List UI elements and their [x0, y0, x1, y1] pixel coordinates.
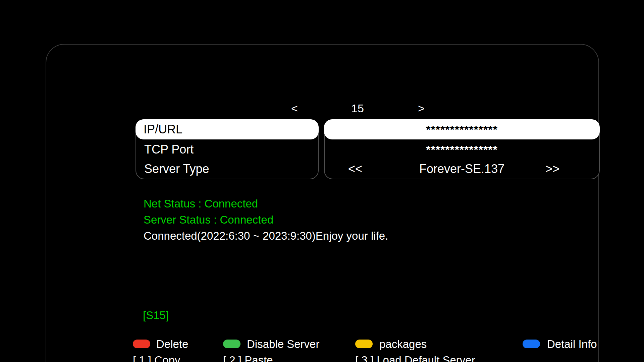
server-type-next-button[interactable]: >> — [545, 159, 559, 179]
field-tcp-port-label: TCP Port — [136, 140, 318, 159]
numkey-1-copy-button[interactable]: [ 1 ] Copy — [133, 355, 180, 362]
field-tcp-port[interactable]: TCP Port — [136, 140, 318, 159]
yellow-key-icon — [355, 340, 373, 348]
server-tag: [S15] — [143, 309, 169, 321]
server-settings-panel: < 15 > IP/URL TCP Port Server Type *****… — [46, 44, 599, 362]
server-values-box: *************** *************** << Forev… — [324, 119, 600, 179]
field-ip-url-label: IP/URL — [136, 119, 319, 139]
field-ip-url-selected[interactable]: IP/URL — [136, 119, 319, 139]
numkey-3-load-default-server-button[interactable]: [ 3 ] Load Default Server — [355, 355, 475, 362]
server-next-button[interactable]: > — [408, 102, 435, 115]
ip-url-value-input[interactable]: *************** — [324, 119, 600, 139]
ip-url-masked-value: *************** — [426, 123, 497, 136]
blue-key-detail-info-button[interactable]: Detail Info — [547, 339, 597, 350]
server-prev-button[interactable]: < — [281, 102, 308, 115]
server-fields-box: IP/URL TCP Port Server Type — [136, 119, 319, 179]
subscription-status-text: Connected(2022:6:30 ~ 2023:9:30)Enjoy yo… — [144, 230, 388, 244]
blue-key-icon — [523, 340, 540, 348]
tcp-port-masked-value: *************** — [426, 143, 497, 156]
yellow-key-packages-button[interactable]: packages — [379, 339, 427, 350]
numkey-2-paste-button[interactable]: [ 2 ] Paste — [223, 355, 273, 362]
field-server-type[interactable]: Server Type — [136, 159, 318, 179]
field-server-type-label: Server Type — [136, 159, 318, 179]
server-type-selector[interactable]: << Forever-SE.137 >> — [325, 159, 599, 179]
server-number-value: 15 — [337, 102, 378, 115]
green-key-disable-server-button[interactable]: Disable Server — [247, 339, 319, 350]
red-key-delete-button[interactable]: Delete — [156, 339, 188, 350]
server-status-text: Server Status : Connected — [144, 214, 273, 228]
stb-screen: < 15 > IP/URL TCP Port Server Type *****… — [0, 0, 644, 362]
red-key-icon — [133, 340, 150, 348]
tcp-port-value-input[interactable]: *************** — [325, 140, 599, 159]
green-key-icon — [223, 340, 240, 348]
net-status-text: Net Status : Connected — [144, 198, 258, 212]
server-type-prev-button[interactable]: << — [348, 159, 362, 179]
